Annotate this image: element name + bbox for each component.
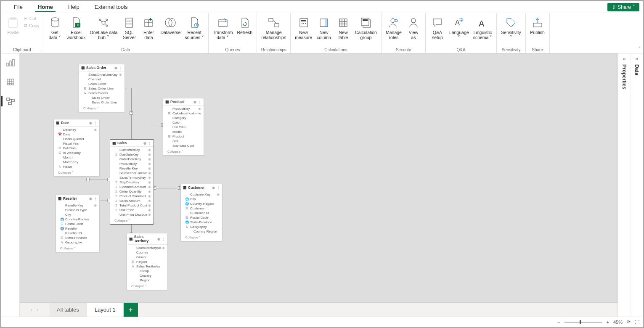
tab-all-tables[interactable]: All tables [49, 303, 87, 317]
field-row[interactable]: ⊞Customer [181, 206, 222, 211]
field-row[interactable]: Reseller ID [56, 231, 99, 235]
field-row[interactable]: ΣOrder Quantity◉ [110, 189, 154, 194]
field-row[interactable]: ΣDueDateKey◉ [110, 152, 154, 157]
prev-tab-icon[interactable]: ‹ [31, 307, 32, 313]
ribbon-collapse-button[interactable]: ˆ [639, 47, 640, 51]
more-icon[interactable]: ⋮ [217, 186, 220, 190]
publish-button[interactable]: Publish [528, 16, 547, 36]
field-row[interactable]: Sales Order [79, 82, 125, 86]
more-icon[interactable]: ⋮ [94, 197, 97, 201]
calculation-group-button[interactable]: Calculation group [353, 16, 379, 41]
field-row[interactable]: ⊞Postal Code [181, 215, 222, 220]
field-row[interactable]: CustomerKey◉ [181, 192, 222, 197]
field-row[interactable]: Country [127, 250, 167, 255]
field-row[interactable]: Channel [79, 77, 125, 82]
field-row[interactable]: 🌐Reseller [56, 226, 99, 231]
field-row[interactable]: City [56, 212, 99, 217]
menu-external-tools[interactable]: External tools [92, 2, 130, 12]
linguistic-schema-button[interactable]: ALinguistic schema ˅ [472, 16, 494, 41]
zoom-in-button[interactable]: + [607, 320, 609, 325]
tab-layout-1[interactable]: Layout 1 [87, 303, 124, 317]
collapse-button[interactable]: Collapse [79, 106, 125, 112]
expand-properties-button[interactable]: « [623, 56, 626, 62]
field-row[interactable]: Region [127, 278, 167, 283]
onelake-button[interactable]: OneLake data hub ˅ [88, 16, 119, 41]
table-customer[interactable]: ▦Customer◉⋮ CustomerKey◉🌐City🌐Country-Re… [180, 184, 223, 241]
field-row[interactable]: 📅Date [54, 132, 99, 137]
field-row[interactable]: Category [163, 116, 204, 120]
field-row[interactable]: DateKey◉ [54, 127, 99, 132]
field-row[interactable]: Group [127, 255, 167, 259]
field-row[interactable]: Country [127, 273, 167, 278]
new-column-button[interactable]: New column [315, 16, 333, 41]
field-row[interactable]: ↳Sales Territories [127, 264, 167, 269]
field-row[interactable]: Fiscal Quarter [54, 137, 99, 141]
collapse-button[interactable]: Collapse [56, 246, 99, 252]
field-row[interactable]: Month [54, 155, 99, 160]
field-row[interactable]: 🌐State-Province [181, 220, 222, 225]
field-row[interactable]: ΣUnit Price◉ [110, 208, 154, 212]
dataverse-button[interactable]: Dataverse [159, 16, 182, 36]
new-measure-button[interactable]: New measure [293, 16, 314, 41]
collapse-button[interactable]: Collapse [163, 149, 204, 155]
field-row[interactable]: Business Type [56, 208, 99, 212]
field-row[interactable]: Sales Order Line [79, 100, 125, 105]
menu-home[interactable]: Home [35, 2, 56, 12]
table-sales[interactable]: ▦Sales◉⋮ CustomerKey◉ΣDueDateKey◉OrderDa… [110, 139, 154, 225]
zoom-out-button[interactable]: − [557, 320, 560, 325]
field-row[interactable]: ΣExtended Amount◉ [110, 185, 154, 189]
collapse-button[interactable]: Collapse [181, 235, 222, 241]
field-row[interactable]: ⊞Sales Order Line [79, 86, 125, 91]
field-row[interactable]: List Price [163, 125, 204, 130]
field-row[interactable]: CustomerKey◉ [110, 148, 154, 152]
table-reseller[interactable]: ▦Reseller◉⋮ ResellerKey◉Business TypeCit… [56, 195, 100, 252]
field-row[interactable]: ⊞Product [163, 134, 204, 139]
collapse-button[interactable]: Collapse [110, 218, 154, 224]
field-row[interactable]: ↳Geography [181, 225, 222, 229]
field-row[interactable]: SalesOrderLineKey◉ [79, 72, 125, 77]
excel-button[interactable]: XExcel workbook [65, 16, 87, 41]
new-table-button[interactable]: New table [334, 16, 352, 41]
sql-server-button[interactable]: SQL Server [120, 16, 138, 41]
field-row[interactable]: ⊞State-Province [56, 235, 99, 240]
field-row[interactable]: ResellerKey◉ [56, 203, 99, 208]
more-icon[interactable]: ⋮ [94, 121, 97, 125]
collapse-button[interactable]: Collapse [127, 283, 167, 290]
field-row[interactable]: ⊞Calculated columns [163, 111, 204, 116]
field-row[interactable]: OrderDateKey◉ [110, 157, 154, 161]
field-row[interactable]: 🌐Country-Region [181, 201, 222, 206]
view-as-button[interactable]: View as [404, 16, 423, 41]
field-row[interactable]: Customer ID [181, 211, 222, 215]
language-button[interactable]: A字Language˅ [448, 16, 471, 41]
field-row[interactable]: Standard Cost [163, 143, 204, 148]
table-sales-territory[interactable]: ▦Sales Territory◉⋮ SalesTerritoryKey◉Cou… [127, 233, 168, 290]
refresh-button[interactable]: Refresh [235, 16, 254, 36]
field-row[interactable]: SKU [163, 139, 204, 143]
field-row[interactable]: ⊞Postal Code [56, 222, 99, 226]
menu-help[interactable]: Help [66, 2, 82, 12]
table-sales-order[interactable]: ▦Sales Order◉⋮ SalesOrderLineKey◉Channel… [79, 64, 125, 112]
manage-relationships-button[interactable]: Manage relationships [260, 16, 288, 41]
more-icon[interactable]: ⋮ [198, 100, 201, 104]
field-row[interactable]: ΣProduct Standard Cost◉ [110, 194, 154, 198]
field-row[interactable]: Color [163, 120, 204, 125]
qa-setup-button[interactable]: Q&A setup [428, 16, 447, 41]
expand-data-button[interactable]: « [635, 56, 638, 62]
transform-data-button[interactable]: Transform data ˅ [211, 16, 234, 41]
field-row[interactable]: ResellerKey◉ [110, 166, 154, 171]
report-view-button[interactable] [5, 57, 16, 69]
more-icon[interactable]: ⋮ [162, 237, 165, 241]
more-icon[interactable]: ⋮ [148, 141, 151, 145]
model-canvas[interactable]: 1 * 1 * 1 1 * * 1 * 1 ▦Sales Ord [20, 53, 617, 302]
table-view-button[interactable] [5, 76, 16, 88]
field-row[interactable]: Country-Region [181, 229, 222, 234]
field-row[interactable]: SalesOrderLineKey◉ [110, 171, 154, 175]
sensitivity-button[interactable]: Sensitivity˅ [499, 16, 522, 41]
field-row[interactable]: ProductKey◉ [110, 161, 154, 166]
field-row[interactable]: ΣSales Amount◉ [110, 198, 154, 203]
field-row[interactable]: SalesTerritoryKey◉ [110, 175, 154, 180]
field-row[interactable]: Unit Price Discount Pct◉ [110, 212, 154, 217]
fit-to-page-button[interactable]: ⟳ [627, 319, 631, 325]
next-tab-icon[interactable]: › [37, 307, 38, 313]
model-view-button[interactable] [5, 95, 16, 107]
